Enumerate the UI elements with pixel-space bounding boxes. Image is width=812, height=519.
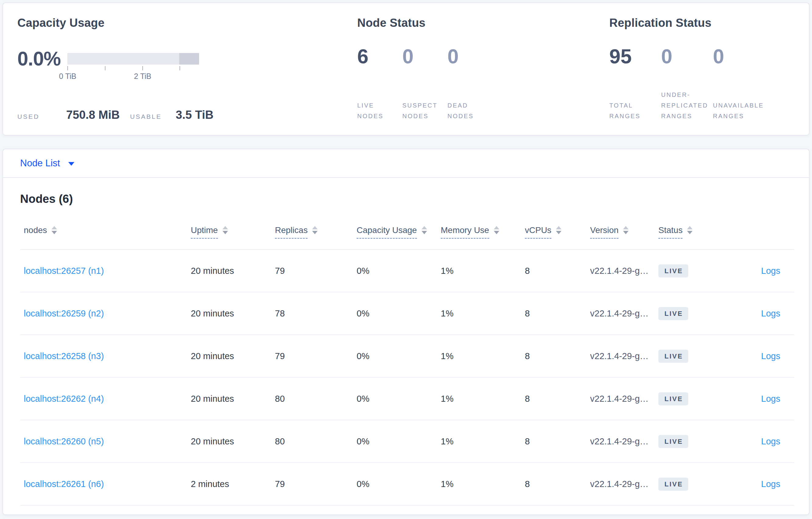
column-header-capacity-usage[interactable]: Capacity Usage: [357, 225, 441, 239]
memory-cell: 1%: [441, 479, 525, 489]
axis-tick: [105, 66, 106, 70]
column-header-status[interactable]: Status: [658, 225, 744, 239]
capacity-used-row: USED 750.8 MiB USABLE 3.5 TiB: [18, 109, 357, 122]
axis-tick: [142, 66, 143, 70]
column-header-uptime[interactable]: Uptime: [191, 225, 275, 239]
table-row: localhost:26260 (n5) 20 minutes 80 0% 1%…: [20, 420, 794, 463]
capacity-usage-section: Capacity Usage 0.0% 0 TiB 2 TiB USED 750…: [18, 16, 357, 122]
dead-nodes-count: 0: [447, 46, 493, 67]
sort-icon[interactable]: [623, 226, 629, 234]
memory-cell: 1%: [441, 436, 525, 447]
capacity-cell: 0%: [357, 351, 441, 361]
column-header-nodes[interactable]: nodes: [20, 225, 191, 235]
sort-icon[interactable]: [312, 226, 318, 234]
node-link[interactable]: localhost:26258 (n3): [24, 351, 104, 361]
unavailable-ranges-label: UNAVAILABLE RANGES: [713, 100, 759, 122]
replicas-cell: 80: [275, 436, 357, 447]
nodes-table: Nodes (6) nodes Uptime Replicas Capacity…: [3, 178, 809, 506]
column-header-version[interactable]: Version: [590, 225, 658, 239]
logs-link[interactable]: Logs: [761, 479, 780, 489]
table-row: localhost:26258 (n3) 20 minutes 79 0% 1%…: [20, 335, 794, 378]
replication-status-title: Replication Status: [609, 16, 794, 30]
capacity-cell: 0%: [357, 309, 441, 318]
axis-tick-label: 2 TiB: [134, 72, 151, 81]
table-row: localhost:26259 (n2) 20 minutes 78 0% 1%…: [20, 293, 794, 335]
capacity-percent: 0.0%: [18, 48, 67, 70]
table-header-row: nodes Uptime Replicas Capacity Usage Mem…: [20, 206, 794, 250]
status-badge: LIVE: [658, 264, 688, 277]
node-list-dropdown[interactable]: Node List: [3, 149, 809, 178]
memory-cell: 1%: [441, 266, 525, 276]
capacity-cell: 0%: [357, 436, 441, 447]
replicas-cell: 79: [275, 266, 357, 276]
logs-link[interactable]: Logs: [761, 394, 780, 403]
vcpus-cell: 8: [525, 436, 590, 447]
axis-tick: [67, 66, 68, 70]
capacity-bar: 0 TiB 2 TiB: [67, 53, 199, 65]
sort-icon[interactable]: [422, 226, 427, 234]
capacity-bar-track: [67, 53, 199, 65]
table-row: localhost:26262 (n4) 20 minutes 80 0% 1%…: [20, 378, 794, 420]
replicas-cell: 80: [275, 394, 357, 404]
under-replicated-ranges-count: 0: [661, 46, 713, 67]
sort-icon[interactable]: [687, 226, 693, 234]
vcpus-cell: 8: [525, 309, 590, 318]
sort-icon[interactable]: [223, 226, 228, 234]
logs-link[interactable]: Logs: [761, 351, 780, 361]
sort-icon[interactable]: [52, 226, 57, 234]
capacity-bar-other-segment: [179, 53, 199, 65]
under-replicated-ranges-stat: 0 UNDER-REPLICATED RANGES: [661, 46, 713, 122]
suspect-nodes-label: SUSPECT NODES: [402, 100, 447, 122]
unavailable-ranges-count: 0: [713, 46, 765, 67]
version-cell: v22.1.4-29-g…: [590, 266, 658, 276]
suspect-nodes-count: 0: [402, 46, 447, 67]
version-cell: v22.1.4-29-g…: [590, 479, 658, 489]
memory-cell: 1%: [441, 309, 525, 318]
sort-icon[interactable]: [494, 226, 499, 234]
total-ranges-stat: 95 TOTAL RANGES: [609, 46, 661, 122]
node-link[interactable]: localhost:26259 (n2): [24, 309, 104, 318]
column-header-replicas[interactable]: Replicas: [275, 225, 357, 239]
vcpus-cell: 8: [525, 266, 590, 276]
node-link[interactable]: localhost:26257 (n1): [24, 266, 104, 276]
replication-status-section: Replication Status 95 TOTAL RANGES 0 UND…: [609, 16, 794, 122]
logs-link[interactable]: Logs: [761, 266, 780, 276]
under-replicated-ranges-label: UNDER-REPLICATED RANGES: [661, 90, 707, 122]
replicas-cell: 78: [275, 309, 357, 318]
node-status-section: Node Status 6 LIVE NODES 0 SUSPECT NODES…: [357, 16, 609, 122]
column-header-vcpus[interactable]: vCPUs: [525, 225, 590, 239]
usable-label: USABLE: [130, 113, 162, 120]
replicas-cell: 79: [275, 351, 357, 361]
chevron-down-icon: [68, 162, 75, 166]
logs-link[interactable]: Logs: [761, 309, 780, 318]
capacity-cell: 0%: [357, 479, 441, 489]
used-value: 750.8 MiB: [66, 109, 119, 122]
sort-icon[interactable]: [556, 226, 561, 234]
cluster-summary-card: Capacity Usage 0.0% 0 TiB 2 TiB USED 750…: [2, 2, 810, 135]
node-link[interactable]: localhost:26261 (n6): [24, 479, 104, 489]
vcpus-cell: 8: [525, 351, 590, 361]
node-list-card: Node List Nodes (6) nodes Uptime Replica…: [2, 149, 810, 515]
nodes-table-title: Nodes (6): [20, 192, 794, 206]
node-list-dropdown-label: Node List: [20, 158, 60, 169]
live-nodes-stat: 6 LIVE NODES: [357, 46, 402, 122]
uptime-cell: 20 minutes: [191, 394, 275, 404]
suspect-nodes-stat: 0 SUSPECT NODES: [402, 46, 447, 122]
node-link[interactable]: localhost:26262 (n4): [24, 394, 104, 403]
status-badge: LIVE: [658, 307, 688, 320]
uptime-cell: 20 minutes: [191, 309, 275, 318]
status-badge: LIVE: [658, 478, 688, 491]
logs-link[interactable]: Logs: [761, 436, 780, 446]
uptime-cell: 20 minutes: [191, 266, 275, 276]
version-cell: v22.1.4-29-g…: [590, 436, 658, 447]
node-link[interactable]: localhost:26260 (n5): [24, 436, 104, 446]
vcpus-cell: 8: [525, 394, 590, 404]
live-nodes-label: LIVE NODES: [357, 100, 402, 122]
column-header-memory-use[interactable]: Memory Use: [441, 225, 525, 239]
usable-value: 3.5 TiB: [176, 109, 214, 122]
total-ranges-label: TOTAL RANGES: [609, 100, 655, 122]
uptime-cell: 2 minutes: [191, 479, 275, 489]
used-label: USED: [18, 113, 39, 120]
capacity-cell: 0%: [357, 266, 441, 276]
version-cell: v22.1.4-29-g…: [590, 351, 658, 361]
